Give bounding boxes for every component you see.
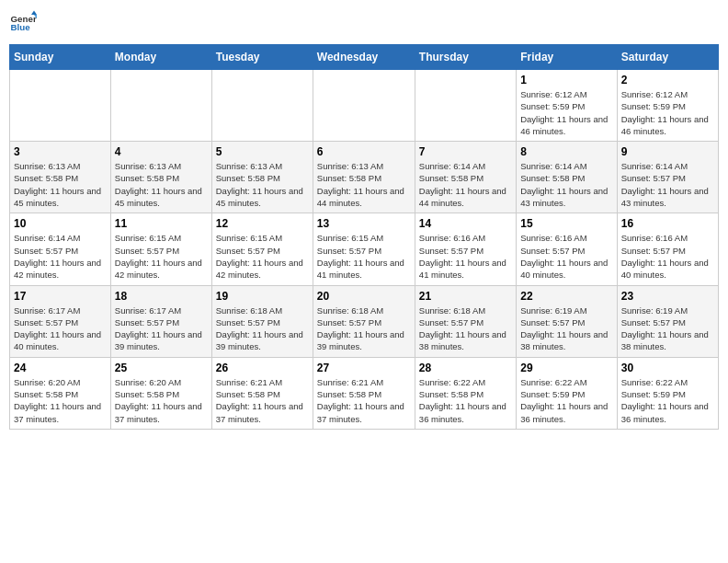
column-header-thursday: Thursday <box>415 45 516 70</box>
day-info: Sunrise: 6:20 AM Sunset: 5:58 PM Dayligh… <box>14 376 107 425</box>
column-header-saturday: Saturday <box>617 45 718 70</box>
calendar-cell: 27Sunrise: 6:21 AM Sunset: 5:58 PM Dayli… <box>313 357 415 429</box>
calendar-week-row: 17Sunrise: 6:17 AM Sunset: 5:57 PM Dayli… <box>10 285 719 357</box>
calendar-cell: 21Sunrise: 6:18 AM Sunset: 5:57 PM Dayli… <box>415 285 516 357</box>
day-number: 11 <box>115 217 208 230</box>
calendar-cell: 14Sunrise: 6:16 AM Sunset: 5:57 PM Dayli… <box>415 213 516 285</box>
logo-icon: General Blue <box>9 9 37 37</box>
day-info: Sunrise: 6:22 AM Sunset: 5:58 PM Dayligh… <box>419 376 512 425</box>
column-header-sunday: Sunday <box>10 45 111 70</box>
day-info: Sunrise: 6:15 AM Sunset: 5:57 PM Dayligh… <box>216 232 309 281</box>
calendar-cell: 24Sunrise: 6:20 AM Sunset: 5:58 PM Dayli… <box>10 357 111 429</box>
day-number: 19 <box>216 290 309 303</box>
day-info: Sunrise: 6:20 AM Sunset: 5:58 PM Dayligh… <box>115 376 208 425</box>
day-info: Sunrise: 6:16 AM Sunset: 5:57 PM Dayligh… <box>621 232 714 281</box>
column-header-friday: Friday <box>517 45 617 70</box>
calendar-body: 1Sunrise: 6:12 AM Sunset: 5:59 PM Daylig… <box>10 70 719 430</box>
calendar-cell: 9Sunrise: 6:14 AM Sunset: 5:57 PM Daylig… <box>617 142 718 213</box>
calendar-cell: 13Sunrise: 6:15 AM Sunset: 5:57 PM Dayli… <box>313 213 415 285</box>
day-number: 3 <box>14 145 107 158</box>
day-info: Sunrise: 6:13 AM Sunset: 5:58 PM Dayligh… <box>317 160 411 209</box>
day-number: 27 <box>317 362 411 374</box>
day-info: Sunrise: 6:16 AM Sunset: 5:57 PM Dayligh… <box>520 232 612 281</box>
calendar-cell: 12Sunrise: 6:15 AM Sunset: 5:57 PM Dayli… <box>211 213 313 285</box>
calendar-cell: 22Sunrise: 6:19 AM Sunset: 5:57 PM Dayli… <box>517 285 617 357</box>
calendar-cell <box>110 70 211 142</box>
day-number: 16 <box>621 217 714 230</box>
day-info: Sunrise: 6:22 AM Sunset: 5:59 PM Dayligh… <box>621 376 714 425</box>
calendar-cell: 7Sunrise: 6:14 AM Sunset: 5:58 PM Daylig… <box>415 142 516 213</box>
day-info: Sunrise: 6:12 AM Sunset: 5:59 PM Dayligh… <box>621 88 714 137</box>
day-info: Sunrise: 6:12 AM Sunset: 5:59 PM Dayligh… <box>520 88 612 137</box>
day-number: 28 <box>419 362 512 374</box>
calendar-cell: 26Sunrise: 6:21 AM Sunset: 5:58 PM Dayli… <box>211 357 313 429</box>
calendar-cell: 25Sunrise: 6:20 AM Sunset: 5:58 PM Dayli… <box>110 357 211 429</box>
day-number: 29 <box>520 362 612 374</box>
day-info: Sunrise: 6:14 AM Sunset: 5:58 PM Dayligh… <box>419 160 512 209</box>
calendar-cell: 8Sunrise: 6:14 AM Sunset: 5:58 PM Daylig… <box>517 142 617 213</box>
column-header-tuesday: Tuesday <box>211 45 313 70</box>
day-number: 13 <box>317 217 411 230</box>
logo: General Blue <box>9 9 37 37</box>
day-number: 25 <box>115 362 208 374</box>
day-info: Sunrise: 6:15 AM Sunset: 5:57 PM Dayligh… <box>115 232 208 281</box>
day-number: 7 <box>419 145 512 158</box>
day-number: 17 <box>14 290 107 303</box>
calendar-cell: 30Sunrise: 6:22 AM Sunset: 5:59 PM Dayli… <box>617 357 718 429</box>
day-number: 6 <box>317 145 411 158</box>
calendar-cell <box>211 70 313 142</box>
calendar-cell: 19Sunrise: 6:18 AM Sunset: 5:57 PM Dayli… <box>211 285 313 357</box>
day-info: Sunrise: 6:13 AM Sunset: 5:58 PM Dayligh… <box>14 160 107 209</box>
day-number: 24 <box>14 362 107 374</box>
day-info: Sunrise: 6:19 AM Sunset: 5:57 PM Dayligh… <box>520 304 612 353</box>
calendar-cell: 1Sunrise: 6:12 AM Sunset: 5:59 PM Daylig… <box>517 70 617 142</box>
day-number: 14 <box>419 217 512 230</box>
calendar-cell: 16Sunrise: 6:16 AM Sunset: 5:57 PM Dayli… <box>617 213 718 285</box>
day-info: Sunrise: 6:13 AM Sunset: 5:58 PM Dayligh… <box>115 160 208 209</box>
calendar-week-row: 10Sunrise: 6:14 AM Sunset: 5:57 PM Dayli… <box>10 213 719 285</box>
column-header-wednesday: Wednesday <box>313 45 415 70</box>
day-info: Sunrise: 6:16 AM Sunset: 5:57 PM Dayligh… <box>419 232 512 281</box>
calendar-week-row: 1Sunrise: 6:12 AM Sunset: 5:59 PM Daylig… <box>10 70 719 142</box>
day-info: Sunrise: 6:18 AM Sunset: 5:57 PM Dayligh… <box>216 304 309 353</box>
calendar-cell: 15Sunrise: 6:16 AM Sunset: 5:57 PM Dayli… <box>517 213 617 285</box>
calendar-week-row: 24Sunrise: 6:20 AM Sunset: 5:58 PM Dayli… <box>10 357 719 429</box>
day-info: Sunrise: 6:17 AM Sunset: 5:57 PM Dayligh… <box>14 304 107 353</box>
day-info: Sunrise: 6:14 AM Sunset: 5:57 PM Dayligh… <box>14 232 107 281</box>
day-info: Sunrise: 6:18 AM Sunset: 5:57 PM Dayligh… <box>419 304 512 353</box>
day-number: 9 <box>621 145 714 158</box>
calendar-table: SundayMondayTuesdayWednesdayThursdayFrid… <box>9 44 719 430</box>
calendar-week-row: 3Sunrise: 6:13 AM Sunset: 5:58 PM Daylig… <box>10 142 719 213</box>
calendar-cell: 4Sunrise: 6:13 AM Sunset: 5:58 PM Daylig… <box>110 142 211 213</box>
day-info: Sunrise: 6:14 AM Sunset: 5:58 PM Dayligh… <box>520 160 612 209</box>
calendar-cell: 6Sunrise: 6:13 AM Sunset: 5:58 PM Daylig… <box>313 142 415 213</box>
day-info: Sunrise: 6:14 AM Sunset: 5:57 PM Dayligh… <box>621 160 714 209</box>
day-info: Sunrise: 6:21 AM Sunset: 5:58 PM Dayligh… <box>216 376 309 425</box>
day-info: Sunrise: 6:19 AM Sunset: 5:57 PM Dayligh… <box>621 304 714 353</box>
day-number: 20 <box>317 290 411 303</box>
calendar-cell: 5Sunrise: 6:13 AM Sunset: 5:58 PM Daylig… <box>211 142 313 213</box>
column-header-monday: Monday <box>110 45 211 70</box>
day-number: 22 <box>520 290 612 303</box>
calendar-cell <box>313 70 415 142</box>
day-number: 10 <box>14 217 107 230</box>
calendar-cell: 20Sunrise: 6:18 AM Sunset: 5:57 PM Dayli… <box>313 285 415 357</box>
calendar-cell: 17Sunrise: 6:17 AM Sunset: 5:57 PM Dayli… <box>10 285 111 357</box>
calendar-cell <box>415 70 516 142</box>
day-number: 18 <box>115 290 208 303</box>
svg-marker-2 <box>31 11 37 16</box>
day-number: 15 <box>520 217 612 230</box>
day-info: Sunrise: 6:17 AM Sunset: 5:57 PM Dayligh… <box>115 304 208 353</box>
day-number: 1 <box>520 74 612 86</box>
day-info: Sunrise: 6:21 AM Sunset: 5:58 PM Dayligh… <box>317 376 411 425</box>
day-info: Sunrise: 6:18 AM Sunset: 5:57 PM Dayligh… <box>317 304 411 353</box>
day-number: 30 <box>621 362 714 374</box>
calendar-cell: 18Sunrise: 6:17 AM Sunset: 5:57 PM Dayli… <box>110 285 211 357</box>
calendar-cell: 10Sunrise: 6:14 AM Sunset: 5:57 PM Dayli… <box>10 213 111 285</box>
day-number: 5 <box>216 145 309 158</box>
day-number: 8 <box>520 145 612 158</box>
calendar-cell: 29Sunrise: 6:22 AM Sunset: 5:59 PM Dayli… <box>517 357 617 429</box>
day-number: 21 <box>419 290 512 303</box>
day-number: 23 <box>621 290 714 303</box>
page-header: General Blue <box>9 9 719 37</box>
